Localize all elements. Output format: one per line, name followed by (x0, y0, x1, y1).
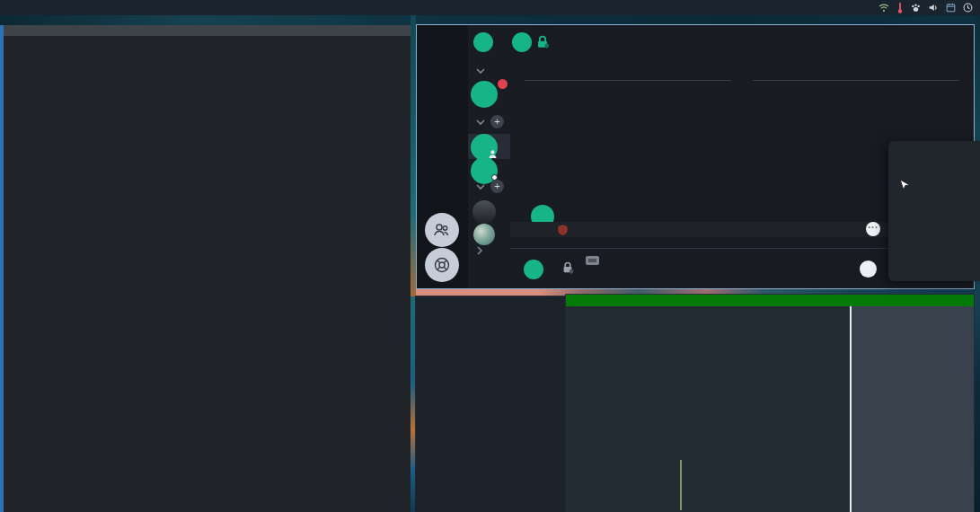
system-status (878, 3, 980, 13)
add-room-button[interactable]: + (490, 115, 504, 128)
divider-line (753, 80, 959, 81)
thermometer-icon (896, 3, 904, 13)
wifi-icon (878, 3, 889, 13)
message-context-menu (888, 141, 980, 281)
chevron-down-icon[interactable] (475, 182, 486, 191)
paw-icon (911, 3, 921, 13)
flow-list (4, 36, 411, 38)
temperature-status (896, 3, 906, 13)
nicklist-panel (852, 306, 974, 512)
room-avatar-obelisk[interactable] (472, 200, 496, 224)
chevron-down-icon[interactable] (475, 66, 486, 75)
people-group-icon (432, 220, 452, 240)
status-bar (0, 0, 980, 15)
volume-status (928, 3, 941, 13)
battery-status (911, 3, 923, 13)
desktop: + + (0, 0, 980, 512)
prefix-separator (680, 460, 682, 510)
chevron-right-icon[interactable] (475, 245, 484, 256)
markdown-badge-icon[interactable] (586, 256, 599, 265)
load-more-bar (566, 295, 974, 306)
composer-avatar (524, 260, 543, 279)
date-status (946, 3, 958, 13)
explore-button[interactable] (425, 248, 459, 282)
unverified-shield-icon (558, 225, 568, 235)
flows-title (4, 25, 411, 36)
format-button[interactable] (860, 260, 877, 278)
room-header (510, 25, 974, 59)
calendar-icon (946, 3, 956, 13)
room-avatar-t[interactable] (471, 81, 498, 108)
room-list-window (415, 296, 566, 512)
chevron-down-icon[interactable] (475, 118, 486, 127)
add-room-button[interactable]: + (490, 180, 504, 193)
unread-badge (496, 77, 509, 91)
weechat-window (565, 294, 975, 512)
day-divider (510, 74, 974, 86)
composer-lock-icon (561, 260, 575, 276)
people-button[interactable] (425, 213, 459, 247)
message-options-button[interactable]: ··· (866, 222, 880, 236)
encryption-lock-icon (534, 34, 551, 50)
user-avatar[interactable] (473, 32, 493, 52)
speaker-icon (928, 3, 939, 13)
time-status (963, 3, 976, 13)
mitmproxy-window (0, 25, 411, 512)
flows-body (4, 25, 411, 512)
compass-icon (432, 255, 452, 275)
network-status (878, 3, 892, 13)
room-avatar[interactable] (512, 32, 532, 52)
nicklist-separator[interactable] (850, 306, 852, 512)
divider-line (525, 80, 731, 81)
community-panel (417, 25, 468, 288)
room-list-collapsed: + + (468, 25, 510, 288)
mouse-cursor (899, 179, 911, 192)
clock-icon (963, 3, 973, 13)
room-avatar-globe[interactable] (473, 224, 495, 245)
